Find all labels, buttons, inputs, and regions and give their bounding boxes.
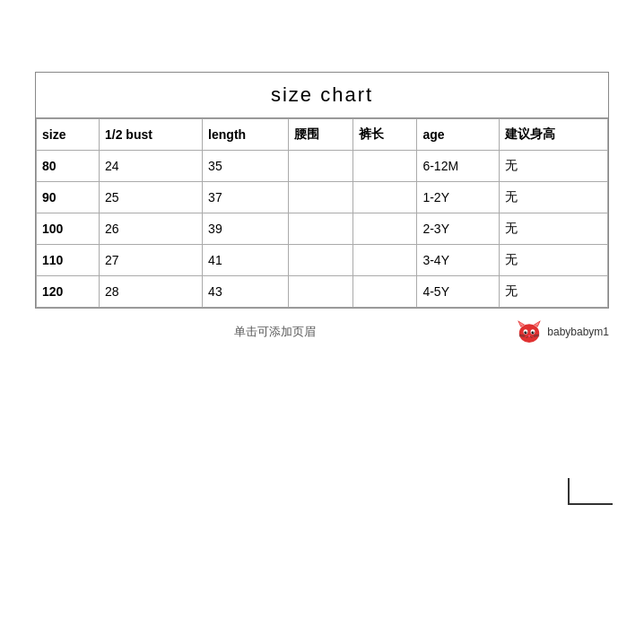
corner-decoration bbox=[568, 478, 613, 505]
table-row: 8024356-12M无 bbox=[37, 151, 608, 182]
cell-height: 无 bbox=[500, 276, 608, 308]
chart-container: size chart size 1/2 bust length 腰围 裤长 ag… bbox=[35, 72, 609, 309]
cell-waist bbox=[289, 151, 353, 182]
cat-icon bbox=[515, 318, 544, 346]
cell-age: 3-4Y bbox=[417, 245, 500, 276]
cell-length: 35 bbox=[203, 151, 289, 182]
cell-size: 90 bbox=[37, 182, 100, 213]
cell-age: 4-5Y bbox=[417, 276, 500, 308]
cell-bust: 24 bbox=[100, 151, 203, 182]
cell-pants bbox=[352, 245, 417, 276]
cell-size: 110 bbox=[37, 245, 100, 276]
table-row: 10026392-3Y无 bbox=[37, 213, 608, 245]
svg-point-7 bbox=[525, 331, 527, 334]
cell-age: 6-12M bbox=[417, 151, 500, 182]
cell-waist bbox=[289, 276, 353, 308]
svg-point-9 bbox=[526, 331, 527, 332]
cell-length: 41 bbox=[203, 245, 289, 276]
cell-size: 80 bbox=[37, 151, 100, 182]
cell-bust: 25 bbox=[100, 182, 203, 213]
cell-height: 无 bbox=[500, 182, 608, 213]
cell-bust: 28 bbox=[100, 276, 203, 308]
brand-logo: babybabym1 bbox=[515, 318, 609, 346]
cell-waist bbox=[289, 245, 353, 276]
table-header-row: size 1/2 bust length 腰围 裤长 age 建议身高 bbox=[37, 119, 608, 151]
chart-title: size chart bbox=[36, 73, 608, 118]
cell-length: 39 bbox=[203, 213, 289, 245]
col-pants: 裤长 bbox=[352, 119, 417, 151]
cell-size: 120 bbox=[37, 276, 100, 308]
cell-size: 100 bbox=[37, 213, 100, 245]
page-wrapper: size chart size 1/2 bust length 腰围 裤长 ag… bbox=[0, 0, 644, 644]
cell-bust: 26 bbox=[100, 213, 203, 245]
cell-bust: 27 bbox=[100, 245, 203, 276]
cell-pants bbox=[352, 276, 417, 308]
cell-height: 无 bbox=[500, 151, 608, 182]
cell-length: 37 bbox=[203, 182, 289, 213]
col-waist: 腰围 bbox=[289, 119, 353, 151]
cell-pants bbox=[352, 151, 417, 182]
brand-name: babybabym1 bbox=[547, 326, 609, 338]
table-row: 11027413-4Y无 bbox=[37, 245, 608, 276]
cell-height: 无 bbox=[500, 213, 608, 245]
cell-age: 2-3Y bbox=[417, 213, 500, 245]
bookmark-text[interactable]: 单击可添加页眉 bbox=[35, 324, 515, 340]
col-bust: 1/2 bust bbox=[100, 119, 203, 151]
col-length: length bbox=[203, 119, 289, 151]
bottom-bar: 单击可添加页眉 bbox=[35, 309, 609, 355]
svg-point-8 bbox=[532, 331, 535, 334]
col-size: size bbox=[37, 119, 100, 151]
table-row: 12028434-5Y无 bbox=[37, 276, 608, 308]
svg-point-0 bbox=[519, 324, 539, 343]
size-table: size 1/2 bust length 腰围 裤长 age 建议身高 8024… bbox=[36, 118, 608, 308]
col-height: 建议身高 bbox=[500, 119, 608, 151]
table-row: 9025371-2Y无 bbox=[37, 182, 608, 213]
cell-waist bbox=[289, 182, 353, 213]
cell-age: 1-2Y bbox=[417, 182, 500, 213]
cell-pants bbox=[352, 213, 417, 245]
col-age: age bbox=[417, 119, 500, 151]
cell-length: 43 bbox=[203, 276, 289, 308]
cell-pants bbox=[352, 182, 417, 213]
cell-height: 无 bbox=[500, 245, 608, 276]
svg-point-10 bbox=[533, 331, 534, 332]
cell-waist bbox=[289, 213, 353, 245]
